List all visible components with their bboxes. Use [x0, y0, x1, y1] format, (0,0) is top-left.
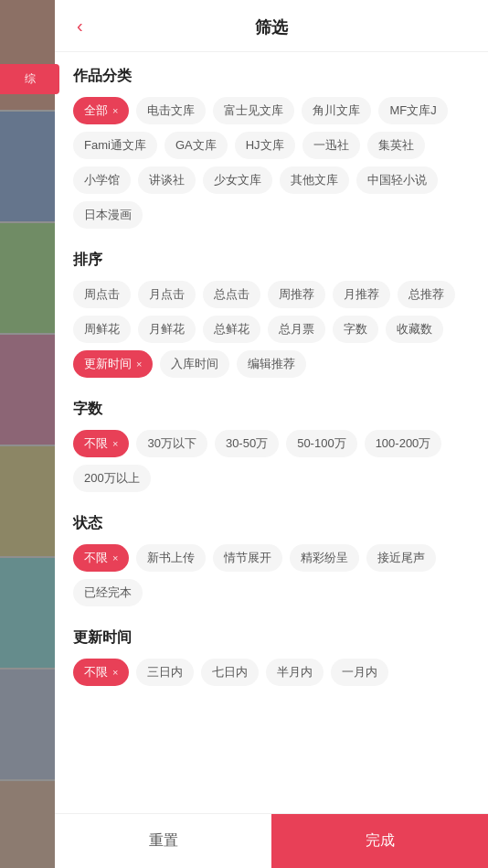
filter-tag[interactable]: 全部× [73, 97, 129, 124]
filter-tag[interactable]: HJ文库 [235, 132, 295, 159]
sort-title: 排序 [73, 251, 470, 270]
filter-tag[interactable]: 电击文库 [136, 97, 206, 124]
wordcount-title: 字数 [73, 400, 470, 419]
update-time-tags: 不限×三日内七日内半月内一月内 [73, 659, 470, 686]
category-title: 作品分类 [73, 67, 470, 86]
filter-tag[interactable]: 总月票 [268, 316, 325, 343]
filter-tag[interactable]: 三日内 [136, 659, 194, 686]
status-tags: 不限×新书上传情节展开精彩纷呈接近尾声已经完本 [73, 544, 470, 606]
filter-tag[interactable]: 中国轻小说 [356, 166, 438, 194]
filter-tag[interactable]: 日本漫画 [73, 201, 143, 229]
filter-tag[interactable]: 其他文库 [280, 166, 349, 194]
panel-footer: 重置 完成 [55, 813, 488, 868]
filter-tag[interactable]: 月鲜花 [138, 316, 196, 343]
filter-tag[interactable]: 100-200万 [365, 430, 442, 457]
filter-tag[interactable]: 编辑推荐 [237, 350, 306, 378]
filter-tag[interactable]: 情节展开 [213, 544, 282, 572]
filter-tag[interactable]: 一月内 [331, 659, 388, 686]
panel-title: 筛选 [255, 16, 288, 38]
wordcount-tags: 不限×30万以下30-50万50-100万100-200万200万以上 [73, 430, 470, 492]
filter-tag[interactable]: 收藏数 [386, 316, 443, 343]
filter-tag[interactable]: 接近尾声 [366, 544, 436, 572]
filter-tag[interactable]: 字数 [333, 316, 378, 343]
filter-tag[interactable]: 200万以上 [73, 465, 151, 492]
filter-tag[interactable]: 总推荐 [398, 281, 455, 308]
filter-tag[interactable]: 小学馆 [73, 166, 131, 194]
filter-tag[interactable]: 半月内 [266, 659, 324, 686]
close-icon: × [112, 667, 118, 678]
filter-tag[interactable]: GA文库 [164, 132, 228, 159]
back-button[interactable]: ‹ [69, 12, 90, 40]
filter-tag[interactable]: 总鲜花 [203, 316, 260, 343]
status-title: 状态 [73, 514, 470, 533]
close-icon: × [136, 359, 142, 370]
filter-tag[interactable]: 30-50万 [215, 430, 279, 457]
filter-tag[interactable]: 总点击 [203, 281, 260, 308]
filter-tag[interactable]: 入库时间 [160, 350, 229, 378]
sort-tags: 周点击月点击总点击周推荐月推荐总推荐周鲜花月鲜花总鲜花总月票字数收藏数更新时间×… [73, 281, 470, 378]
filter-tag[interactable]: 30万以下 [136, 430, 207, 457]
filter-tag[interactable]: 周鲜花 [73, 316, 131, 343]
filter-tag[interactable]: 不限× [73, 430, 129, 457]
filter-tag[interactable]: 富士见文库 [213, 97, 294, 124]
filter-tag[interactable]: 已经完本 [73, 579, 143, 606]
close-icon: × [112, 105, 118, 116]
confirm-button[interactable]: 完成 [271, 814, 488, 868]
update-time-title: 更新时间 [73, 628, 470, 648]
category-section: 作品分类 全部×电击文库富士见文库角川文库MF文库JFami通文库GA文库HJ文… [73, 67, 470, 229]
filter-tag[interactable]: 七日内 [201, 659, 259, 686]
filter-tag[interactable]: Fami通文库 [73, 132, 157, 159]
status-section: 状态 不限×新书上传情节展开精彩纷呈接近尾声已经完本 [73, 514, 470, 606]
update-time-section: 更新时间 不限×三日内七日内半月内一月内 [73, 628, 470, 686]
filter-tag[interactable]: 50-100万 [286, 430, 356, 457]
filter-panel: ‹ 筛选 作品分类 全部×电击文库富士见文库角川文库MF文库JFami通文库GA… [55, 0, 488, 868]
filter-tag[interactable]: 新书上传 [136, 544, 206, 572]
reset-button[interactable]: 重置 [55, 814, 271, 868]
filter-tag[interactable]: 周推荐 [268, 281, 325, 308]
filter-tag[interactable]: MF文库J [378, 97, 447, 124]
filter-tag[interactable]: 不限× [73, 544, 129, 572]
panel-header: ‹ 筛选 [55, 0, 488, 52]
close-icon: × [112, 552, 118, 563]
filter-tag[interactable]: 月推荐 [333, 281, 390, 308]
wordcount-section: 字数 不限×30万以下30-50万50-100万100-200万200万以上 [73, 400, 470, 492]
filter-tag[interactable]: 集英社 [367, 132, 425, 159]
filter-tag[interactable]: 少女文库 [203, 166, 272, 194]
close-icon: × [112, 438, 118, 449]
filter-tag[interactable]: 不限× [73, 659, 129, 686]
filter-tag[interactable]: 讲谈社 [138, 166, 196, 194]
sidebar-tab[interactable]: 综 [0, 64, 59, 94]
category-tags: 全部×电击文库富士见文库角川文库MF文库JFami通文库GA文库HJ文库一迅社集… [73, 97, 470, 229]
sort-section: 排序 周点击月点击总点击周推荐月推荐总推荐周鲜花月鲜花总鲜花总月票字数收藏数更新… [73, 251, 470, 378]
filter-tag[interactable]: 一迅社 [302, 132, 360, 159]
filter-tag[interactable]: 周点击 [73, 281, 131, 308]
filter-tag[interactable]: 精彩纷呈 [290, 544, 359, 572]
filter-tag[interactable]: 角川文库 [302, 97, 371, 124]
filter-content: 作品分类 全部×电击文库富士见文库角川文库MF文库JFami通文库GA文库HJ文… [55, 52, 488, 813]
filter-tag[interactable]: 月点击 [138, 281, 196, 308]
filter-tag[interactable]: 更新时间× [73, 350, 153, 378]
